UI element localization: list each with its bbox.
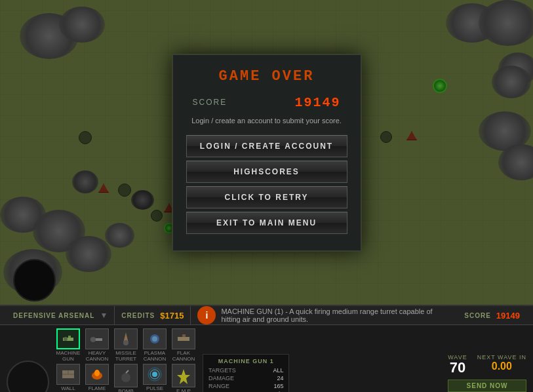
hud-score-value: 19149 — [496, 311, 520, 321]
modal-subtitle: Login / create an account to submit your… — [186, 117, 347, 125]
credits-label: CREDITS — [121, 312, 155, 319]
arsenal-section: DEFENSIVE ARSENAL ▼ — [7, 306, 115, 324]
plasma-cannon-label: PLASMACANNON — [144, 351, 167, 363]
score-value: 19149 — [294, 95, 340, 110]
missile-turret-icon — [114, 328, 138, 349]
wave-counter: WAVE 70 — [448, 354, 467, 375]
credits-value: $1715 — [160, 311, 184, 321]
weapon-name: MACHINE GUN 1 — [208, 358, 283, 364]
svg-point-2 — [64, 337, 68, 341]
bomb-icon — [114, 364, 138, 387]
wall-block-label: WALLBLOCK — [59, 386, 77, 392]
weapon-slot-flak-cannon[interactable]: FLAKCANNON — [172, 328, 195, 363]
svg-rect-10 — [182, 334, 186, 337]
svg-point-15 — [94, 370, 100, 376]
next-wave-value: 0.00 — [477, 361, 526, 372]
flak-cannon-icon — [172, 328, 195, 349]
damage-value: 24 — [277, 375, 283, 382]
hud: DEFENSIVE ARSENAL ▼ CREDITS $1715 i MACH… — [0, 305, 533, 392]
heavy-cannon-icon — [85, 328, 109, 349]
hud-score-section: SCORE 19149 — [458, 306, 526, 324]
svg-marker-21 — [177, 369, 190, 384]
arsenal-label: DEFENSIVE ARSENAL — [13, 312, 94, 319]
weapon-slot-flame-thrower[interactable]: FLAMETHROWER — [85, 364, 109, 392]
plasma-cannon-icon — [143, 328, 167, 349]
highscores-button[interactable]: HIGHSCORES — [186, 161, 347, 183]
wave-panel-group: WAVE 70 NEXT WAVE IN 0.00 SEND NOW MENU … — [448, 354, 526, 392]
svg-point-4 — [90, 337, 96, 342]
svg-point-16 — [121, 373, 130, 382]
weapon-slot-machine-gun[interactable]: MACHINEGUN — [56, 328, 80, 363]
heavy-cannon-label: HEAVYCANNON — [86, 351, 109, 363]
damage-row: DAMAGE 24 — [208, 375, 283, 382]
score-label: SCORE — [193, 98, 227, 107]
wall-block-icon — [56, 364, 80, 385]
hud-bottom: MACHINEGUN HEAVYCANNON MISSILETURRET PLA… — [0, 325, 533, 392]
login-create-button[interactable]: LOGIN / CREATE ACCOUNT — [186, 135, 347, 157]
svg-point-8 — [152, 336, 157, 342]
targets-label: TARGETS — [208, 367, 236, 374]
machine-gun-label: MACHINEGUN — [56, 351, 81, 363]
next-wave-counter: NEXT WAVE IN 0.00 — [477, 354, 526, 375]
modal-overlay: GAME OVER SCORE 19149 Login / create an … — [0, 0, 533, 305]
weapon-slot-pulse-emitter[interactable]: PULSEEMITTER — [143, 364, 167, 392]
credits-section: CREDITS $1715 — [115, 306, 191, 324]
game-over-title: GAME OVER — [186, 68, 347, 85]
targets-value: ALL — [273, 367, 283, 374]
flak-cannon-label: FLAKCANNON — [172, 351, 195, 363]
wave-info-row: WAVE 70 NEXT WAVE IN 0.00 — [448, 354, 526, 375]
hud-info-text: MACHINE GUN (1) - A quick firing medium … — [221, 307, 451, 323]
flame-thrower-label: FLAMETHROWER — [83, 386, 110, 392]
retry-button[interactable]: CLICK TO RETRY — [186, 186, 347, 208]
wave-number: 70 — [448, 361, 467, 375]
bomb-label: BOMB — [118, 389, 134, 392]
info-icon: i — [197, 306, 216, 324]
weapon-slot-wall-block[interactable]: WALLBLOCK — [56, 364, 80, 392]
weapon-slot-plasma-cannon[interactable]: PLASMACANNON — [143, 328, 167, 363]
svg-point-18 — [152, 372, 157, 377]
send-now-button[interactable]: SEND NOW — [448, 380, 526, 392]
game-over-modal: GAME OVER SCORE 19149 Login / create an … — [172, 54, 362, 252]
arsenal-dropdown-icon[interactable]: ▼ — [100, 311, 108, 320]
exit-button[interactable]: EXIT TO MAIN MENU — [186, 212, 347, 234]
emp-icon — [172, 364, 195, 387]
targets-row: TARGETS ALL — [208, 367, 283, 374]
weapon-grid: MACHINEGUN HEAVYCANNON MISSILETURRET PLA… — [54, 328, 197, 392]
svg-rect-1 — [68, 336, 71, 338]
range-value: 165 — [273, 383, 283, 389]
pulse-emitter-label: PULSEEMITTER — [143, 386, 166, 392]
emp-label: E.M.P — [176, 389, 191, 392]
hud-score-label: SCORE — [464, 312, 491, 319]
weapon-slot-missile-turret[interactable]: MISSILETURRET — [114, 328, 138, 363]
range-row: RANGE 165 — [208, 383, 283, 389]
pulse-emitter-icon — [143, 364, 167, 385]
machine-gun-icon — [56, 328, 80, 349]
weapon-slot-heavy-cannon[interactable]: HEAVYCANNON — [85, 328, 109, 363]
flame-thrower-icon — [85, 364, 109, 385]
next-wave-label: NEXT WAVE IN — [477, 354, 526, 361]
score-row: SCORE 19149 — [186, 95, 347, 110]
missile-turret-label: MISSILETURRET — [115, 351, 136, 363]
svg-rect-9 — [178, 337, 189, 341]
weapon-slot-emp[interactable]: E.M.P — [172, 364, 195, 392]
damage-label: DAMAGE — [208, 375, 234, 382]
svg-line-17 — [126, 370, 128, 373]
hud-topbar: DEFENSIVE ARSENAL ▼ CREDITS $1715 i MACH… — [0, 306, 533, 325]
weapon-stats-panel: MACHINE GUN 1 TARGETS ALL DAMAGE 24 RANG… — [203, 354, 289, 392]
radar-display — [7, 361, 49, 392]
weapon-slot-bomb[interactable]: BOMB — [114, 364, 138, 392]
range-label: RANGE — [208, 383, 229, 389]
svg-point-6 — [123, 340, 128, 345]
hud-info-section: i MACHINE GUN (1) - A quick firing mediu… — [191, 306, 458, 324]
